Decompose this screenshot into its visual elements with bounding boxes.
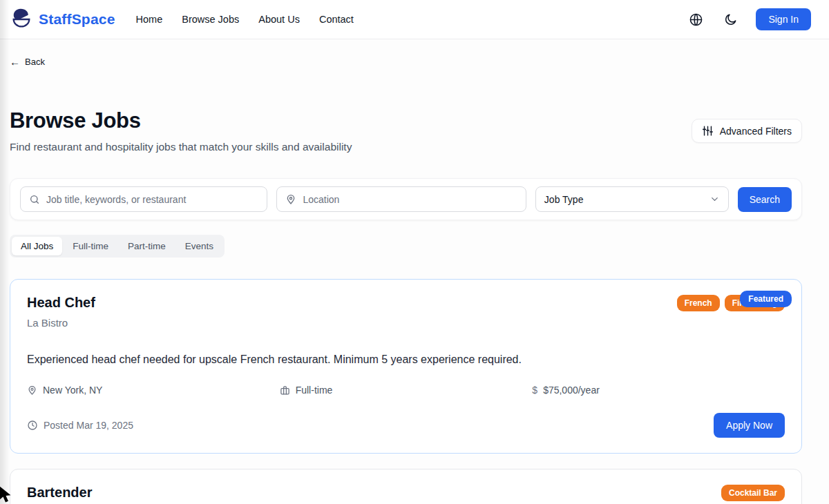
job-meta-row: New York, NY Full-time $ $75,000/year (27, 385, 785, 396)
job-salary-text: $75,000/year (543, 385, 600, 396)
job-title: Bartender (27, 485, 99, 501)
job-tag: Cocktail Bar (721, 485, 785, 501)
job-location-text: New York, NY (43, 385, 102, 396)
job-card-header: Bartender The Speakeasy Cocktail Bar (27, 485, 785, 504)
page-title: Browse Jobs (10, 108, 352, 133)
job-filter-tabs: All Jobs Full-time Part-time Events (10, 235, 225, 258)
search-icon (29, 194, 40, 205)
job-card-head-chef: Head Chef La Bistro French Fine Dining F… (10, 279, 802, 454)
moon-icon (724, 12, 738, 26)
dollar-icon: $ (532, 385, 537, 396)
job-type-selected-value: Job Type (544, 194, 584, 205)
job-title: Head Chef (27, 295, 95, 311)
nav-links: Home Browse Jobs About Us Contact (136, 14, 354, 25)
chef-hat-logo-icon (10, 7, 33, 32)
tab-events[interactable]: Events (176, 237, 222, 255)
job-title-block: Head Chef La Bistro (27, 295, 95, 329)
tab-part-time[interactable]: Part-time (119, 237, 175, 255)
job-salary: $ $75,000/year (532, 385, 785, 396)
back-label: Back (25, 57, 45, 67)
job-type-text: Full-time (296, 385, 333, 396)
job-tag: French (677, 295, 720, 311)
job-type-select[interactable]: Job Type (535, 186, 729, 212)
map-pin-icon (285, 194, 296, 205)
job-tags: Cocktail Bar (721, 485, 785, 501)
back-row: ← Back (10, 39, 802, 68)
theme-toggle-button[interactable] (721, 10, 741, 29)
job-card-bartender: Bartender The Speakeasy Cocktail Bar (10, 469, 802, 504)
back-link[interactable]: ← Back (10, 56, 45, 68)
tab-full-time[interactable]: Full-time (64, 237, 117, 255)
search-bar: Job Type Search (10, 178, 802, 220)
briefcase-icon (280, 385, 290, 396)
job-title-block: Bartender The Speakeasy (27, 485, 99, 504)
advanced-filters-label: Advanced Filters (720, 126, 792, 137)
navbar: StaffSpace Home Browse Jobs About Us Con… (0, 0, 829, 39)
job-posted-text: Posted Mar 19, 2025 (44, 420, 133, 431)
nav-link-contact[interactable]: Contact (319, 14, 354, 25)
job-posted: Posted Mar 19, 2025 (27, 420, 133, 431)
sign-in-button[interactable]: Sign In (756, 8, 811, 30)
language-globe-button[interactable] (686, 10, 706, 30)
page-header-text: Browse Jobs Find restaurant and hospital… (10, 108, 352, 153)
keyword-input-wrap (20, 186, 267, 212)
map-pin-icon (27, 385, 37, 396)
brand-logo[interactable]: StaffSpace (10, 7, 115, 32)
job-type: Full-time (280, 385, 533, 396)
arrow-left-icon: ← (10, 56, 20, 68)
page-header: Browse Jobs Find restaurant and hospital… (10, 108, 802, 153)
search-button[interactable]: Search (738, 187, 792, 212)
advanced-filters-button[interactable]: Advanced Filters (692, 119, 802, 143)
nav-link-home[interactable]: Home (136, 14, 163, 25)
job-tags: French Fine Dining Featured (677, 295, 785, 311)
featured-badge: Featured (740, 291, 792, 307)
chevron-down-icon (709, 194, 720, 204)
keyword-input[interactable] (46, 194, 258, 205)
job-card-footer: Posted Mar 19, 2025 Apply Now (27, 413, 785, 438)
clock-icon (27, 420, 38, 431)
job-card-header: Head Chef La Bistro French Fine Dining F… (27, 295, 785, 329)
location-input-wrap (276, 186, 526, 212)
brand-name: StaffSpace (39, 11, 115, 28)
job-description: Experienced head chef needed for upscale… (27, 353, 785, 366)
job-company: La Bistro (27, 317, 95, 329)
navbar-actions: Sign In (686, 8, 811, 30)
nav-link-browse-jobs[interactable]: Browse Jobs (182, 14, 239, 25)
apply-now-button[interactable]: Apply Now (714, 413, 785, 438)
page-subtitle: Find restaurant and hospitality jobs tha… (10, 141, 352, 153)
sliders-icon (702, 125, 714, 137)
globe-icon (689, 12, 703, 27)
job-location: New York, NY (27, 385, 280, 396)
tab-all-jobs[interactable]: All Jobs (12, 237, 62, 255)
nav-link-about-us[interactable]: About Us (258, 14, 300, 25)
location-input[interactable] (303, 194, 517, 205)
